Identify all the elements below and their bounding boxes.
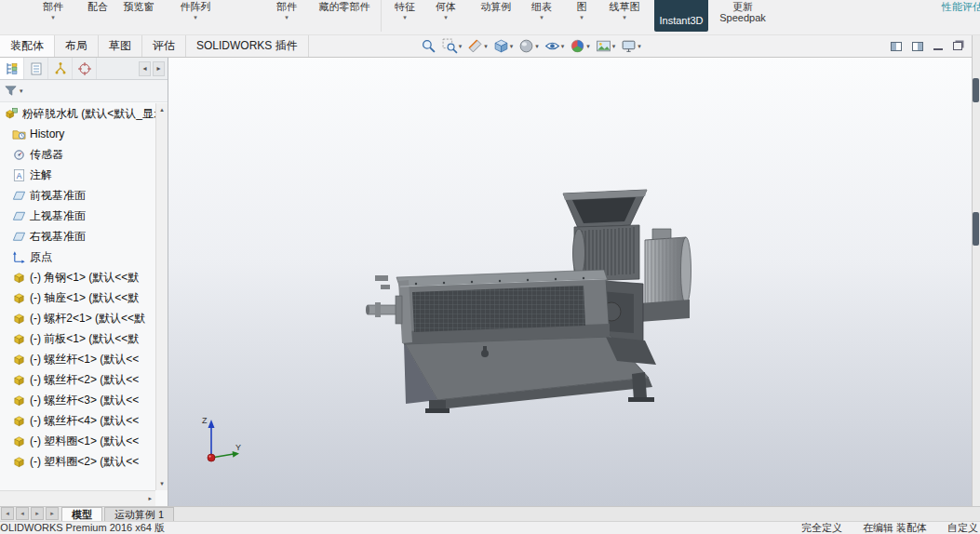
tree-item-angle-steel-1[interactable]: (-) 角钢<1> (默认<<默 <box>0 267 155 287</box>
tree-item-plastic-ring-1[interactable]: (-) 塑料圈<1> (默认<< <box>0 431 155 451</box>
ribbon-button-update-speedpak[interactable]: 更新 Speedpak <box>714 0 772 23</box>
filter-button[interactable]: ▾ <box>4 84 23 98</box>
z-axis-arrow <box>208 420 215 428</box>
tree-item-assembly-root[interactable]: 粉碎脱水机 (默认<默认_显示 <box>0 103 155 124</box>
tree-item-screw-bolt-3[interactable]: (-) 螺丝杆<3> (默认<< <box>0 390 155 410</box>
chevron-down-icon: ▾ <box>612 43 616 50</box>
section-view-icon <box>467 38 483 54</box>
ribbon-button-instant3d[interactable]: Instant3D <box>654 0 708 32</box>
ribbon-button-insert-components[interactable]: 部件 ▾ <box>32 0 74 20</box>
apply-scene-button[interactable]: ▾ <box>594 37 618 55</box>
part-icon <box>12 434 26 448</box>
chevron-down-icon: ▾ <box>20 87 23 95</box>
graphics-area[interactable]: Z Y <box>168 58 972 506</box>
commandmanager-tab-bar: 装配体 布局 草图 评估 SOLIDWORKS 插件 ▾ ▾ ▾ ▾ <box>0 35 972 58</box>
tab-assembly[interactable]: 装配体 <box>0 35 55 57</box>
tree-item-plastic-ring-2[interactable]: (-) 塑料圈<2> (默认<< <box>0 451 155 472</box>
chevron-down-icon: ▾ <box>540 14 544 20</box>
customize-menu-button[interactable]: 自定义 <box>947 521 978 534</box>
ribbon-button-assembly-features[interactable]: 特征 ▾ <box>384 0 425 20</box>
tree-horizontal-scrollbar[interactable]: ▸ <box>0 490 155 506</box>
ribbon-button-exploded-view[interactable]: 图 ▾ <box>563 0 600 20</box>
ribbon-button-new-motion-study[interactable]: 动算例 <box>472 0 520 12</box>
tab-scroll-next-button[interactable]: ▸ <box>31 507 44 520</box>
panel-tabs-prev-button[interactable]: ◂ <box>139 61 151 76</box>
chevron-down-icon: ▾ <box>484 43 488 50</box>
tab-propertymanager[interactable] <box>24 58 48 79</box>
tree-item-sensors[interactable]: 传感器 <box>0 144 155 165</box>
tree-item-origin[interactable]: 原点 <box>0 247 155 267</box>
sensors-icon <box>12 148 26 162</box>
tab-motion-study-1[interactable]: 运动算例 1 <box>104 507 174 521</box>
tree-item-screw-bolt-2[interactable]: (-) 螺丝杆<2> (默认<< <box>0 369 155 390</box>
ribbon-button-mate[interactable]: 配合 <box>80 0 115 12</box>
tree-item-front-plane[interactable]: 前视基准面 <box>0 185 155 206</box>
tree-filter-input[interactable] <box>25 83 164 100</box>
chevron-down-icon: ▾ <box>535 43 539 50</box>
tree-item-top-plane[interactable]: 上视基准面 <box>0 206 155 226</box>
constraint-status-text: 完全定义 <box>801 521 842 534</box>
tab-sketch[interactable]: 草图 <box>99 35 142 57</box>
tab-model[interactable]: 模型 <box>61 507 102 521</box>
tree-item-axle-seat-1[interactable]: (-) 轴座<1> (默认<<默 <box>0 287 155 308</box>
tree-item-right-plane[interactable]: 右视基准面 <box>0 226 155 247</box>
task-pane-tab[interactable] <box>973 78 979 102</box>
ribbon-button-show-hidden-components[interactable]: 藏的零部件 <box>311 0 378 12</box>
ribbon-button-move-component[interactable]: 部件 ▾ <box>264 0 309 20</box>
restore-icon[interactable] <box>953 42 962 50</box>
tree-item-front-plate-1[interactable]: (-) 前板<1> (默认<<默 <box>0 328 155 349</box>
task-pane-tab[interactable] <box>973 212 979 246</box>
minimize-icon[interactable] <box>933 42 943 50</box>
zoom-fit-button[interactable] <box>419 37 438 55</box>
tree-item-screw-bolt-1[interactable]: (-) 螺丝杆<1> (默认<< <box>0 349 155 369</box>
view-settings-button[interactable]: ▾ <box>619 37 643 55</box>
chevron-down-icon: ▾ <box>403 14 407 20</box>
ribbon-button-bill-of-materials[interactable]: 细表 ▾ <box>520 0 563 20</box>
ribbon-button-component-pattern[interactable]: 件阵列 ▾ <box>169 0 222 20</box>
tab-evaluate[interactable]: 评估 <box>142 35 186 57</box>
tree-vertical-scrollbar[interactable]: ▴ ▾ <box>155 103 168 490</box>
tree-item-screw2-1[interactable]: (-) 螺杆2<1> (默认<<默 <box>0 308 155 328</box>
view-orientation-button[interactable]: ▾ <box>491 37 516 55</box>
scroll-right-icon[interactable]: ▸ <box>144 495 155 502</box>
tab-configurationmanager[interactable] <box>48 58 73 79</box>
chevron-down-icon: ▾ <box>638 43 641 50</box>
history-folder-icon <box>12 127 26 141</box>
tab-scroll-first-button[interactable]: ◂ <box>1 507 14 520</box>
scroll-up-icon[interactable]: ▴ <box>160 103 164 116</box>
split-right-icon[interactable] <box>912 42 923 51</box>
ribbon-button-explode-line-sketch[interactable]: 线草图 ▾ <box>600 0 649 20</box>
tab-scroll-prev-button[interactable]: ◂ <box>16 507 29 520</box>
hide-show-items-button[interactable]: ▾ <box>543 37 567 55</box>
tab-scroll-last-button[interactable]: ▸ <box>46 507 59 520</box>
app-version-text: SOLIDWORKS Premium 2016 x64 版 <box>0 521 165 534</box>
ribbon-button-performance-evaluation[interactable]: 性能评估 <box>935 0 980 12</box>
zoom-area-icon <box>442 38 458 54</box>
chevron-down-icon: ▾ <box>285 14 289 20</box>
tree-item-annotations[interactable]: 注解 <box>0 165 155 185</box>
chevron-down-icon: ▾ <box>51 14 55 20</box>
section-view-button[interactable]: ▾ <box>465 37 490 55</box>
panel-tabs-next-button[interactable]: ▸ <box>153 61 165 76</box>
edit-appearance-button[interactable]: ▾ <box>568 37 592 55</box>
tab-solidworks-addins[interactable]: SOLIDWORKS 插件 <box>186 35 309 57</box>
ribbon-button-preview-window[interactable]: 预览窗 <box>115 0 162 12</box>
chevron-down-icon: ▾ <box>444 14 448 20</box>
tab-featuremanager-tree[interactable] <box>0 58 24 79</box>
scroll-down-icon[interactable]: ▾ <box>160 477 164 490</box>
ribbon-separator <box>381 0 382 32</box>
tab-layout[interactable]: 布局 <box>55 35 99 57</box>
tab-dimxpertmanager[interactable] <box>73 58 97 79</box>
tree-item-history[interactable]: History <box>0 124 155 144</box>
orientation-triad: Z Y <box>196 413 243 469</box>
split-left-icon[interactable] <box>891 42 902 51</box>
display-style-button[interactable]: ▾ <box>517 37 541 55</box>
chevron-down-icon: ▾ <box>194 14 197 20</box>
plane-icon <box>12 209 26 223</box>
zoom-area-button[interactable]: ▾ <box>440 37 464 55</box>
tree-item-screw-bolt-4[interactable]: (-) 螺丝杆<4> (默认<< <box>0 410 155 431</box>
ribbon-button-reference-geometry[interactable]: 何体 ▾ <box>425 0 466 20</box>
task-pane-rail <box>972 35 980 506</box>
chevron-down-icon: ▾ <box>580 14 584 20</box>
zoom-fit-icon <box>421 38 436 54</box>
